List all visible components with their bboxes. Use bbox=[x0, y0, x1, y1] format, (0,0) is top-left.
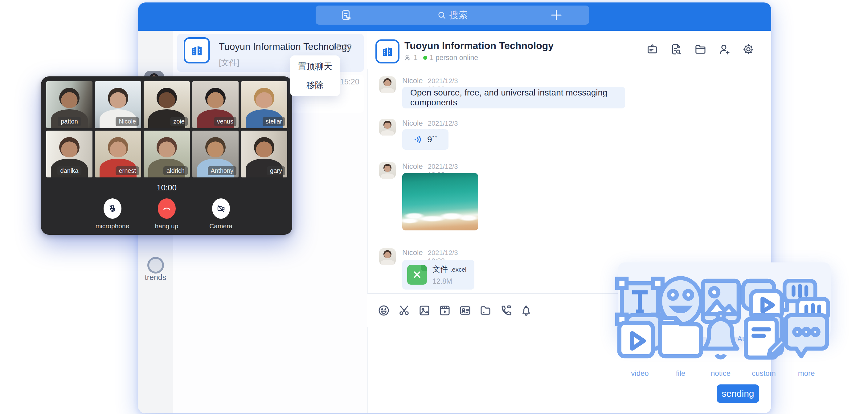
folder-icon[interactable] bbox=[479, 304, 492, 317]
online-status: 1 person online bbox=[430, 54, 478, 62]
building-icon bbox=[190, 43, 204, 58]
excel-file-icon bbox=[407, 265, 427, 285]
participant-tile: patton bbox=[46, 81, 92, 128]
participant-tile: ernest bbox=[95, 131, 141, 178]
sender-name: Nicole bbox=[402, 248, 423, 257]
conversation-time: 15:20 bbox=[332, 42, 352, 52]
participant-name: venus bbox=[214, 117, 237, 126]
chat-title: Tuoyun Information Technology bbox=[404, 40, 554, 52]
more-icon bbox=[776, 305, 837, 367]
control-label: microphone bbox=[96, 222, 129, 230]
sender-avatar[interactable] bbox=[379, 162, 396, 179]
camera-off-icon bbox=[212, 198, 230, 219]
panel-item-label: more bbox=[776, 369, 837, 378]
message-text: Open source, free, and universal instant… bbox=[402, 88, 625, 107]
conversation-time: 15:20 bbox=[340, 77, 360, 86]
building-icon bbox=[381, 45, 394, 58]
add-member-icon[interactable] bbox=[718, 43, 731, 56]
hang-up-icon bbox=[158, 198, 176, 219]
participant-grid: patton Nicole zoie venus stellar danika … bbox=[46, 81, 287, 178]
call-timer: 10:00 bbox=[41, 183, 292, 193]
control-label: hang up bbox=[155, 222, 179, 230]
trends-label[interactable]: trends bbox=[138, 273, 173, 282]
mic-off-icon bbox=[103, 198, 121, 219]
participant-tile: gary bbox=[241, 131, 287, 178]
chat-header: Tuoyun Information Technology 1 1 person… bbox=[367, 31, 771, 69]
participant-name: gary bbox=[267, 166, 285, 175]
panel-item-more[interactable]: more bbox=[776, 305, 837, 378]
file-size: 12.8M bbox=[432, 277, 466, 286]
search-bar[interactable]: 搜索 bbox=[316, 5, 589, 25]
call-icon[interactable] bbox=[499, 304, 512, 317]
message-type-panel: text expression picture Audio and video bbox=[618, 262, 831, 337]
sender-name: Nicole bbox=[402, 162, 423, 171]
sender-avatar[interactable] bbox=[379, 119, 396, 135]
participant-name: zoie bbox=[170, 117, 188, 126]
participant-tile: zoie bbox=[144, 81, 190, 128]
sender-avatar[interactable] bbox=[379, 248, 396, 265]
screenshot-icon[interactable] bbox=[398, 304, 410, 317]
notification-icon[interactable] bbox=[520, 304, 533, 317]
participant-tile: aldrich bbox=[144, 131, 190, 178]
file-ext: .excel bbox=[450, 266, 466, 273]
conversation-title: Tuoyun Information Technology bbox=[219, 41, 352, 52]
search-document-icon[interactable] bbox=[670, 43, 682, 56]
participant-tile: Nicole bbox=[95, 81, 141, 128]
file-message-bubble[interactable]: 文件 .excel 12.8M bbox=[402, 260, 474, 290]
member-count: 1 bbox=[414, 54, 418, 62]
participant-name: patton bbox=[58, 117, 81, 126]
sender-name: Nicole bbox=[402, 76, 423, 85]
group-avatar-icon bbox=[184, 37, 210, 63]
participant-name: danika bbox=[57, 166, 82, 175]
settings-icon[interactable] bbox=[742, 43, 754, 56]
participant-tile: Anthony bbox=[192, 131, 239, 178]
participant-tile: venus bbox=[192, 81, 239, 128]
voice-duration: 9`` bbox=[427, 135, 438, 145]
contact-card-icon[interactable] bbox=[459, 304, 472, 317]
participant-name: Nicole bbox=[116, 117, 139, 126]
chat-header-actions bbox=[646, 43, 754, 56]
search-placeholder: 搜索 bbox=[450, 9, 468, 22]
conversation-context-menu: 置顶聊天 移除 bbox=[290, 56, 340, 96]
trends-icon[interactable] bbox=[147, 257, 164, 274]
control-label: Camera bbox=[209, 222, 232, 230]
participant-name: stellar bbox=[262, 117, 285, 126]
emoji-icon[interactable] bbox=[377, 304, 390, 317]
image-message-beach[interactable] bbox=[402, 173, 478, 230]
chat-avatar bbox=[375, 39, 400, 63]
top-bar: 搜索 bbox=[138, 2, 771, 31]
menu-item-pin-chat[interactable]: 置顶聊天 bbox=[290, 57, 340, 76]
folder-icon[interactable] bbox=[694, 43, 707, 56]
members-icon bbox=[404, 54, 411, 62]
chat-subtitle: 1 1 person online bbox=[404, 54, 478, 62]
hang-up-button[interactable]: hang up bbox=[149, 198, 185, 230]
file-name: 文件 bbox=[432, 264, 448, 274]
participant-name: ernest bbox=[116, 166, 139, 175]
voice-message-bubble[interactable]: 9`` bbox=[402, 129, 448, 150]
participant-tile: stellar bbox=[241, 81, 287, 128]
video-icon[interactable] bbox=[438, 304, 451, 317]
send-button[interactable]: sending bbox=[717, 384, 759, 403]
sender-name: Nicole bbox=[402, 119, 423, 128]
online-dot bbox=[423, 56, 427, 60]
voice-wave-icon bbox=[413, 135, 423, 145]
microphone-button[interactable]: microphone bbox=[95, 198, 130, 230]
conversation-preview: [文件] bbox=[219, 57, 239, 68]
call-controls: microphone hang up Camera bbox=[41, 198, 292, 230]
participant-name: aldrich bbox=[163, 166, 188, 175]
camera-button[interactable]: Camera bbox=[203, 198, 239, 230]
announcement-icon[interactable] bbox=[646, 43, 658, 56]
add-icon[interactable] bbox=[549, 8, 563, 22]
participant-tile: danika bbox=[46, 131, 92, 178]
text-message-bubble[interactable]: Open source, free, and universal instant… bbox=[402, 87, 625, 108]
sender-avatar[interactable] bbox=[379, 76, 396, 93]
video-call-overlay: patton Nicole zoie venus stellar danika … bbox=[41, 76, 292, 235]
search-icon bbox=[437, 10, 446, 20]
participant-name: Anthony bbox=[208, 166, 237, 175]
menu-item-remove[interactable]: 移除 bbox=[290, 76, 340, 95]
image-icon[interactable] bbox=[418, 304, 431, 317]
search-field[interactable]: 搜索 bbox=[316, 9, 589, 22]
